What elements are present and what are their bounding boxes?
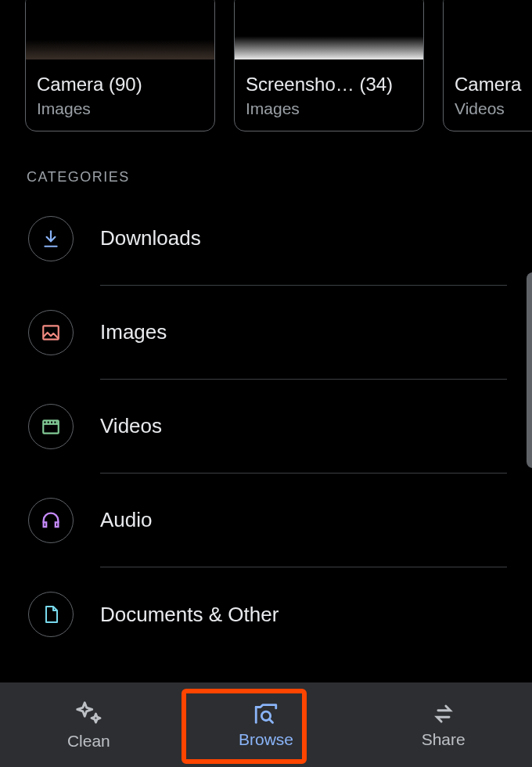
album-title: Camera <box>455 72 532 96</box>
album-card-screenshots[interactable]: Screensho… (34) Images <box>234 0 424 131</box>
document-icon <box>28 592 74 637</box>
category-audio[interactable]: Audio <box>28 474 507 567</box>
browse-icon <box>251 700 281 727</box>
audio-icon <box>28 498 74 543</box>
album-title: Camera (90) <box>37 72 203 96</box>
categories-list: Downloads Images Videos Audio <box>0 192 532 661</box>
album-thumb <box>444 0 532 60</box>
category-images[interactable]: Images <box>28 286 507 380</box>
nav-label: Clean <box>67 732 110 751</box>
album-subtitle: Videos <box>455 99 532 118</box>
category-downloads[interactable]: Downloads <box>28 192 507 286</box>
nav-label: Browse <box>239 730 293 749</box>
nav-browse[interactable]: Browse <box>178 682 355 767</box>
bottom-nav: Clean Browse Share <box>0 682 532 767</box>
album-card-camera-images[interactable]: Camera (90) Images <box>25 0 215 131</box>
scrollbar[interactable] <box>527 272 532 468</box>
category-documents[interactable]: Documents & Other <box>28 567 507 661</box>
sparkle-icon <box>74 699 103 729</box>
share-icon <box>429 700 458 727</box>
album-row: Camera (90) Images Screensho… (34) Image… <box>0 0 532 131</box>
nav-label: Share <box>422 730 466 749</box>
category-label: Downloads <box>100 226 201 250</box>
nav-share[interactable]: Share <box>354 682 532 767</box>
download-icon <box>28 216 74 261</box>
categories-header: CATEGORIES <box>0 131 532 192</box>
album-card-camera-videos[interactable]: Camera Videos <box>443 0 532 131</box>
category-label: Videos <box>100 414 162 438</box>
album-title: Screensho… (34) <box>246 72 412 96</box>
category-label: Documents & Other <box>100 603 279 627</box>
album-subtitle: Images <box>37 99 203 118</box>
image-icon <box>28 310 74 355</box>
album-thumb <box>26 0 214 60</box>
album-subtitle: Images <box>246 99 412 118</box>
category-videos[interactable]: Videos <box>28 380 507 474</box>
video-icon <box>28 404 74 449</box>
nav-clean[interactable]: Clean <box>0 682 178 767</box>
category-label: Audio <box>100 508 153 532</box>
album-thumb <box>235 0 423 60</box>
category-label: Images <box>100 320 167 344</box>
